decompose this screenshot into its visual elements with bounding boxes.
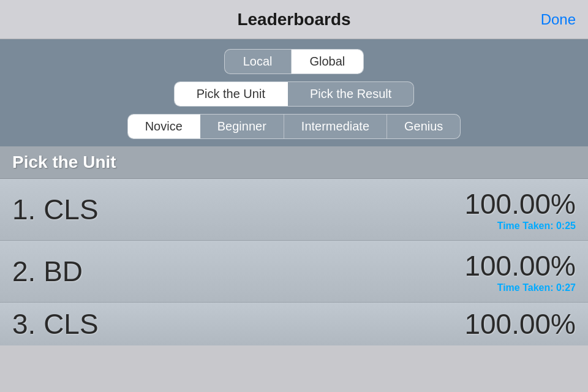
section-heading-label: Pick the Unit	[12, 153, 116, 172]
type-pick-result[interactable]: Pick the Result	[288, 82, 413, 106]
time-1: Time Taken: 0:25	[497, 221, 576, 232]
score-area-1: 100.00% Time Taken: 0:25	[464, 187, 576, 232]
header-bar: Leaderboards Done	[0, 0, 588, 39]
scope-control: Local Global	[224, 49, 364, 74]
section-heading: Pick the Unit	[0, 146, 588, 179]
done-button[interactable]: Done	[541, 11, 576, 28]
table-row: 2. BD 100.00% Time Taken: 0:27	[0, 241, 588, 303]
score-area-3: 100.00%	[464, 307, 576, 341]
rank-name-1: 1. CLS	[12, 193, 99, 226]
page-title: Leaderboards	[237, 10, 350, 29]
scope-global[interactable]: Global	[292, 50, 364, 74]
time-2: Time Taken: 0:27	[497, 282, 576, 293]
diff-novice[interactable]: Novice	[128, 115, 200, 138]
type-pick-unit[interactable]: Pick the Unit	[175, 82, 288, 106]
scope-local[interactable]: Local	[225, 50, 292, 74]
diff-genius[interactable]: Genius	[387, 115, 460, 138]
difficulty-control: Novice Beginner Intermediate Genius	[127, 114, 461, 139]
rank-name-3: 3. CLS	[12, 307, 99, 341]
type-control: Pick the Unit Pick the Result	[174, 81, 415, 107]
leaderboard-list: 1. CLS 100.00% Time Taken: 0:25 2. BD 10…	[0, 179, 588, 345]
score-1: 100.00%	[464, 187, 576, 221]
score-2: 100.00%	[464, 249, 576, 282]
score-area-2: 100.00% Time Taken: 0:27	[464, 249, 576, 293]
diff-intermediate[interactable]: Intermediate	[284, 115, 387, 138]
table-row: 3. CLS 100.00%	[0, 303, 588, 345]
rank-name-2: 2. BD	[12, 255, 83, 288]
diff-beginner[interactable]: Beginner	[200, 115, 284, 138]
table-row: 1. CLS 100.00% Time Taken: 0:25	[0, 179, 588, 241]
controls-area: Local Global Pick the Unit Pick the Resu…	[0, 39, 588, 146]
score-3: 100.00%	[464, 307, 576, 341]
